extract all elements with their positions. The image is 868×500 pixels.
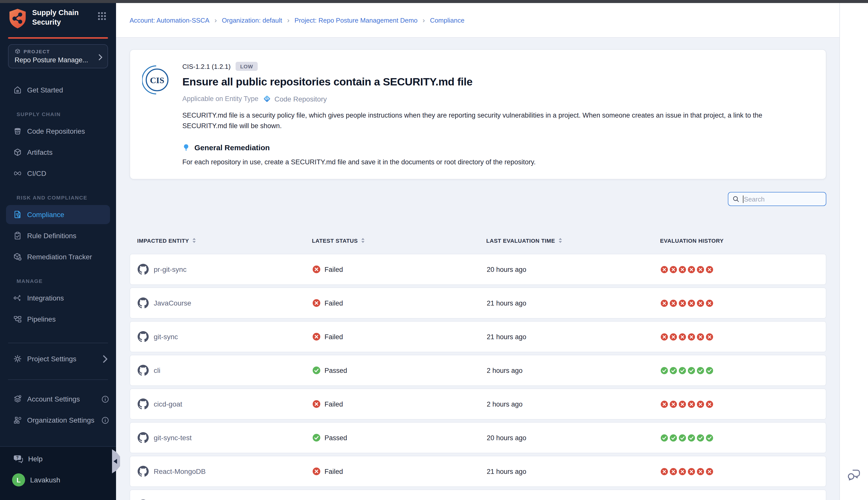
table-row[interactable]: cicd-goatFailed2 hours ago: [130, 388, 826, 420]
project-selector[interactable]: PROJECT Repo Posture Manage...: [8, 44, 108, 68]
cis-logo: CIS: [142, 65, 169, 95]
rule-body: CIS-1.2.1 (1.2.1) LOW Ensure all public …: [182, 62, 812, 166]
sidebar-item-get-started[interactable]: Get Started: [0, 80, 116, 100]
breadcrumb-link-project[interactable]: Project: Repo Posture Management Demo: [294, 16, 418, 24]
sidebar-item-organization-settings[interactable]: Organization Settings: [0, 411, 116, 430]
breadcrumb-link-organization[interactable]: Organization: default: [222, 16, 282, 24]
sidebar-item-account-settings[interactable]: Account Settings: [0, 389, 116, 409]
status-cell: Passed: [312, 434, 487, 442]
table-row[interactable]: Passed: [130, 489, 826, 500]
project-meta: PROJECT Repo Posture Manage...: [14, 48, 95, 64]
nav-section-label: MANAGE: [0, 277, 116, 284]
sort-icon[interactable]: [558, 237, 563, 244]
entity-name[interactable]: git-sync-test: [154, 434, 192, 442]
column-header-last-evaluation-time[interactable]: LAST EVALUATION TIME: [486, 237, 660, 244]
history-pass-icon: [697, 434, 704, 442]
table-row[interactable]: pr-git-syncFailed20 hours ago: [130, 254, 826, 285]
chevron-right-icon: [99, 53, 103, 59]
entity-name[interactable]: JavaCourse: [154, 299, 191, 307]
entity-cell: git-sync: [138, 331, 312, 342]
info-icon[interactable]: [102, 395, 109, 403]
table-row[interactable]: JavaCourseFailed21 hours ago: [130, 287, 826, 319]
sort-icon[interactable]: [361, 237, 366, 244]
sidebar-item-label: Integrations: [27, 294, 64, 302]
status-label: Failed: [324, 265, 343, 273]
table-row[interactable]: cliPassed2 hours ago: [130, 355, 826, 386]
evaluation-history: [661, 434, 826, 442]
history-fail-icon: [661, 468, 668, 475]
help-button[interactable]: ? Help: [8, 454, 108, 463]
status-cell: Passed: [312, 366, 487, 374]
history-fail-icon: [688, 299, 695, 307]
github-icon: [138, 365, 149, 376]
entity-name[interactable]: React-MongoDB: [154, 467, 206, 475]
sort-icon[interactable]: [192, 237, 197, 244]
sidebar-item-integrations[interactable]: Integrations: [0, 288, 116, 308]
cube-tag-icon: [13, 252, 22, 261]
search-input[interactable]: [744, 195, 822, 203]
sidebar-item-code-repositories[interactable]: Code Repositories: [0, 122, 116, 141]
sidebar-item-remediation-tracker[interactable]: Remediation Tracker: [0, 247, 116, 266]
rule-description: SECURITY.md file is a security policy fi…: [182, 110, 765, 131]
entity-name[interactable]: cicd-goat: [154, 400, 182, 408]
history-pass-icon: [697, 366, 704, 374]
entity-name[interactable]: git-sync: [154, 333, 178, 341]
sidebar-footer: ? Help L Lavakush: [0, 446, 116, 500]
evaluation-history: [661, 468, 826, 475]
sidebar-item-artifacts[interactable]: Artifacts: [0, 143, 116, 162]
breadcrumb-link-account[interactable]: Account: Automation-SSCA: [130, 16, 209, 24]
evaluation-time: 21 hours ago: [487, 468, 661, 475]
sidebar-item-rule-definitions[interactable]: Rule Definitions: [0, 226, 116, 245]
evaluation-history: [661, 265, 826, 273]
entity-name[interactable]: pr-git-sync: [154, 265, 187, 273]
feedback-chat-icon[interactable]: [847, 468, 860, 481]
sidebar-item-pipelines[interactable]: Pipelines: [0, 309, 116, 329]
history-fail-icon: [661, 333, 668, 340]
cube-icon: [13, 148, 22, 157]
sidebar-item-ci-cd[interactable]: CI/CD: [0, 164, 116, 183]
table-row[interactable]: git-sync-testPassed20 hours ago: [130, 422, 826, 453]
window-top-strip: [0, 0, 868, 3]
sidebar-item-project-settings[interactable]: Project Settings: [0, 349, 116, 368]
history-fail-icon: [679, 299, 686, 307]
entity-cell: React-MongoDB: [138, 466, 312, 477]
evaluation-time: 2 hours ago: [487, 400, 661, 408]
history-fail-icon: [706, 333, 713, 340]
chevron-right-icon: [102, 355, 109, 363]
sidebar-item-label: Pipelines: [27, 315, 56, 323]
project-cube-icon: [14, 48, 21, 54]
history-pass-icon: [661, 366, 668, 374]
evaluation-history: [661, 366, 826, 374]
history-pass-icon: [706, 434, 713, 442]
table-row[interactable]: React-MongoDBFailed21 hours ago: [130, 456, 826, 487]
sidebar-settings-project: Project Settings: [0, 349, 116, 368]
history-fail-icon: [706, 265, 713, 273]
sidebar-item-compliance[interactable]: Compliance: [6, 205, 110, 224]
column-header-evaluation-history: EVALUATION HISTORY: [660, 237, 826, 243]
history-fail-icon: [661, 299, 668, 307]
entity-name[interactable]: cli: [154, 366, 160, 374]
status-cell: Failed: [312, 400, 487, 408]
evaluation-history: [661, 400, 826, 408]
status-label: Failed: [324, 333, 343, 340]
failed-icon: [312, 265, 321, 273]
breadcrumb-link-compliance[interactable]: Compliance: [430, 16, 464, 24]
sidebar-item-label: Account Settings: [27, 395, 80, 403]
rule-id: CIS-1.2.1 (1.2.1): [182, 62, 231, 70]
history-fail-icon: [679, 333, 686, 340]
evaluation-time: 21 hours ago: [487, 299, 661, 307]
scrollbar-gutter[interactable]: [840, 3, 868, 500]
table-row[interactable]: git-syncFailed21 hours ago: [130, 321, 826, 352]
user-menu[interactable]: L Lavakush: [8, 473, 108, 486]
info-icon[interactable]: [102, 416, 109, 424]
history-pass-icon: [679, 434, 686, 442]
sidebar-item-label: Project Settings: [27, 355, 76, 363]
app-grid-icon[interactable]: [97, 11, 107, 21]
home-icon: [13, 86, 22, 94]
nav-section-label: SUPPLY CHAIN: [0, 111, 116, 117]
column-header-impacted-entity[interactable]: IMPACTED ENTITY: [137, 237, 312, 244]
search-box[interactable]: [728, 192, 826, 206]
severity-badge: LOW: [235, 62, 257, 71]
column-header-latest-status[interactable]: LATEST STATUS: [312, 237, 486, 244]
doc-search-icon: [13, 210, 22, 219]
